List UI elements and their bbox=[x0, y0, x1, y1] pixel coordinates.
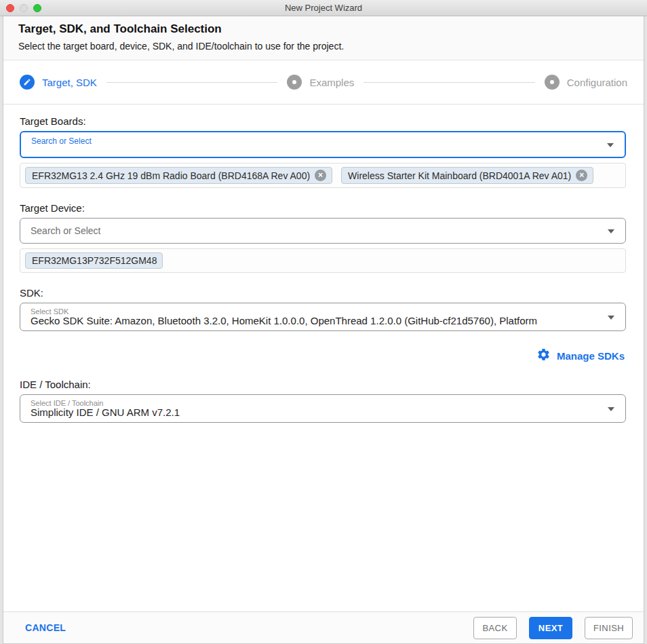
target-device-label: Target Device: bbox=[20, 202, 626, 214]
pencil-icon bbox=[20, 75, 35, 90]
device-chip-label: EFR32MG13P732F512GM48 bbox=[32, 255, 157, 266]
close-window-button[interactable] bbox=[6, 4, 14, 12]
traffic-lights bbox=[6, 0, 41, 16]
board-chip: EFR32MG13 2.4 GHz 19 dBm Radio Board (BR… bbox=[25, 167, 332, 184]
window-title: New Project Wizard bbox=[285, 3, 362, 13]
sdk-section: SDK: Select SDK Gecko SDK Suite: Amazon,… bbox=[20, 287, 626, 364]
chevron-down-icon[interactable] bbox=[607, 143, 614, 147]
gear-icon bbox=[536, 347, 551, 364]
ide-toolchain-label: IDE / Toolchain: bbox=[20, 379, 626, 390]
back-button[interactable]: BACK bbox=[473, 617, 517, 639]
wizard-stepper: Target, SDK Examples Configuration bbox=[3, 60, 644, 105]
sdk-selected-value: Gecko SDK Suite: Amazon, Bluetooth 3.2.0… bbox=[31, 315, 598, 326]
target-device-section: Target Device: Search or Select EFR32MG1… bbox=[20, 202, 626, 273]
chevron-down-icon[interactable] bbox=[608, 316, 614, 320]
step-label: Configuration bbox=[567, 77, 627, 88]
finish-button[interactable]: FINISH bbox=[585, 617, 633, 639]
step-connector bbox=[106, 82, 278, 83]
chevron-down-icon[interactable] bbox=[608, 407, 614, 411]
zoom-window-button[interactable] bbox=[33, 4, 41, 12]
step-label: Examples bbox=[309, 77, 354, 88]
device-chip: EFR32MG13P732F512GM48 bbox=[25, 252, 163, 269]
remove-chip-icon[interactable]: × bbox=[315, 170, 326, 181]
target-boards-chip-list: EFR32MG13 2.4 GHz 19 dBm Radio Board (BR… bbox=[20, 163, 626, 188]
step-configuration[interactable]: Configuration bbox=[545, 75, 627, 90]
sdk-label: SDK: bbox=[20, 287, 626, 299]
step-examples[interactable]: Examples bbox=[287, 75, 354, 90]
ide-toolchain-combobox[interactable]: Select IDE / Toolchain Simplicity IDE / … bbox=[20, 394, 626, 423]
target-boards-placeholder: Search or Select bbox=[31, 136, 92, 146]
board-chip-label: Wireless Starter Kit Mainboard (BRD4001A… bbox=[348, 170, 571, 181]
cancel-button[interactable]: CANCEL bbox=[25, 622, 66, 633]
remove-chip-icon[interactable]: × bbox=[576, 170, 587, 181]
board-chip: Wireless Starter Kit Mainboard (BRD4001A… bbox=[341, 167, 593, 184]
wizard-header: Target, SDK, and Toolchain Selection Sel… bbox=[3, 16, 644, 60]
next-button[interactable]: NEXT bbox=[529, 617, 572, 639]
step-label: Target, SDK bbox=[42, 77, 97, 88]
target-boards-section: Target Boards: Search or Select EFR32MG1… bbox=[20, 115, 626, 188]
step-connector bbox=[364, 82, 535, 83]
target-device-combobox[interactable]: Search or Select bbox=[20, 218, 626, 244]
wizard-dialog: Target, SDK, and Toolchain Selection Sel… bbox=[3, 16, 644, 644]
target-boards-label: Target Boards: bbox=[20, 115, 626, 127]
dot-icon bbox=[545, 75, 560, 90]
chevron-down-icon[interactable] bbox=[608, 229, 614, 233]
step-target-sdk[interactable]: Target, SDK bbox=[20, 75, 97, 90]
page-subtitle: Select the target board, device, SDK, an… bbox=[18, 41, 629, 52]
manage-sdks-link[interactable]: Manage SDKs bbox=[536, 347, 625, 364]
target-device-chip-list: EFR32MG13P732F512GM48 bbox=[20, 248, 626, 273]
page-title: Target, SDK, and Toolchain Selection bbox=[18, 22, 629, 36]
dot-icon bbox=[287, 75, 302, 90]
wizard-footer: CANCEL BACK NEXT FINISH bbox=[3, 611, 644, 643]
target-device-placeholder: Search or Select bbox=[31, 219, 101, 244]
new-project-wizard-window: New Project Wizard Target, SDK, and Tool… bbox=[0, 0, 647, 644]
manage-sdks-row: Manage SDKs bbox=[20, 347, 625, 364]
target-boards-combobox[interactable]: Search or Select bbox=[20, 131, 626, 158]
ide-toolchain-selected-value: Simplicity IDE / GNU ARM v7.2.1 bbox=[31, 406, 598, 418]
manage-sdks-label: Manage SDKs bbox=[557, 350, 625, 362]
minimize-window-button[interactable] bbox=[20, 4, 28, 12]
board-chip-label: EFR32MG13 2.4 GHz 19 dBm Radio Board (BR… bbox=[32, 170, 310, 181]
wizard-form: Target Boards: Search or Select EFR32MG1… bbox=[3, 105, 644, 611]
ide-toolchain-section: IDE / Toolchain: Select IDE / Toolchain … bbox=[20, 379, 626, 423]
sdk-combobox[interactable]: Select SDK Gecko SDK Suite: Amazon, Blue… bbox=[20, 303, 626, 331]
titlebar: New Project Wizard bbox=[0, 0, 647, 16]
